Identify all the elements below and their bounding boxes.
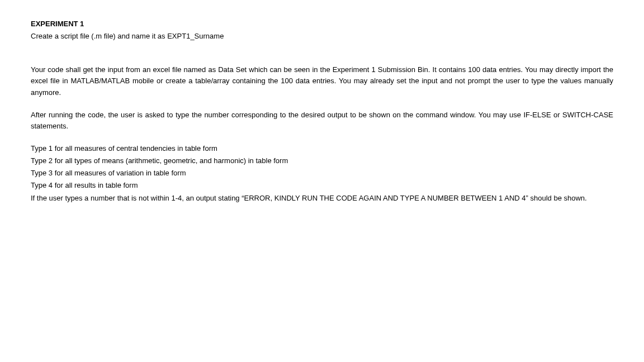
document-content: EXPERIMENT 1 Create a script file (.m fi… [31,18,613,204]
option-type-4: Type 4 for all results in table form [31,180,613,191]
option-type-2: Type 2 for all types of means (arithmeti… [31,155,613,166]
intro-paragraph: Create a script file (.m file) and name … [31,31,613,42]
paragraph-instruction: After running the code, the user is aske… [31,109,613,132]
paragraph-input-description: Your code shall get the input from an ex… [31,64,613,98]
document-title: EXPERIMENT 1 [31,18,613,30]
option-type-1: Type 1 for all measures of central tende… [31,143,613,154]
error-note: If the user types a number that is not w… [31,193,613,204]
option-type-3: Type 3 for all measures of variation in … [31,168,613,179]
